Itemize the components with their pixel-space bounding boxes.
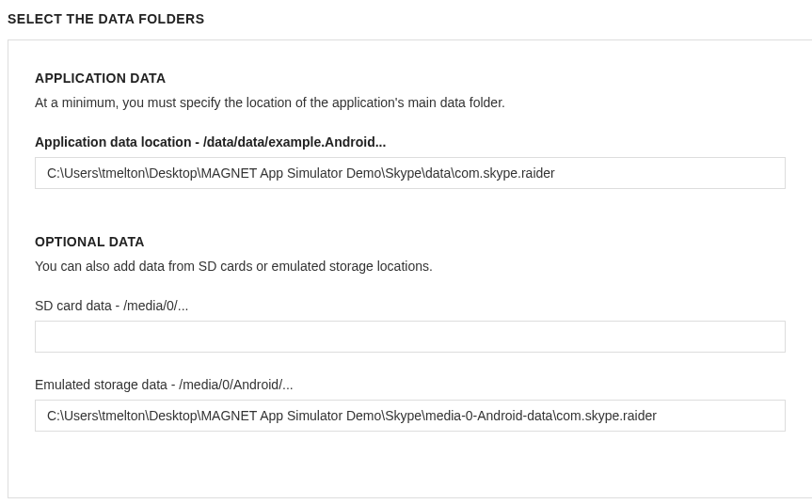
sd-card-data-input[interactable] (35, 321, 786, 353)
application-data-description: At a minimum, you must specify the locat… (35, 95, 786, 110)
optional-data-heading: OPTIONAL DATA (35, 234, 786, 249)
emulated-storage-data-label: Emulated storage data - /media/0/Android… (35, 377, 786, 392)
application-data-location-label: Application data location - /data/data/e… (35, 134, 786, 150)
application-data-location-input[interactable] (35, 157, 786, 189)
main-panel: APPLICATION DATA At a minimum, you must … (8, 39, 812, 498)
field-divider (35, 353, 786, 377)
page-title: SELECT THE DATA FOLDERS (0, 0, 812, 39)
section-divider (35, 189, 786, 234)
emulated-storage-data-input[interactable] (35, 400, 786, 432)
optional-data-section: OPTIONAL DATA You can also add data from… (35, 234, 786, 432)
application-data-heading: APPLICATION DATA (35, 71, 786, 86)
sd-card-data-label: SD card data - /media/0/... (35, 298, 786, 313)
application-data-section: APPLICATION DATA At a minimum, you must … (35, 71, 786, 189)
optional-data-description: You can also add data from SD cards or e… (35, 259, 786, 274)
